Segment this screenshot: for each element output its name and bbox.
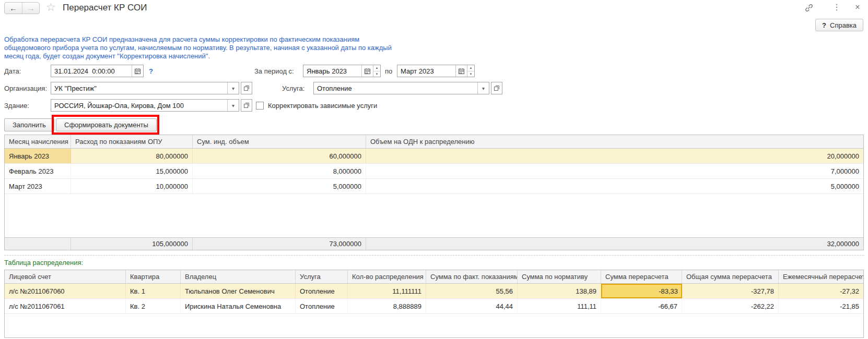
building-input[interactable]: РОССИЯ, Йошкар-Ола, Кирова, Дом 100 ▾ — [51, 99, 239, 112]
more-menu-icon[interactable]: ⋮ — [831, 3, 842, 12]
table-row[interactable]: Январь 2023 80,000000 60,000000 20,00000… — [5, 149, 863, 164]
period-from-value[interactable]: Январь 2023 — [303, 65, 361, 77]
service-dropdown-button[interactable]: ▾ — [477, 82, 489, 94]
cell[interactable]: -27,32 — [779, 284, 863, 298]
date-help-link[interactable]: ? — [149, 67, 153, 75]
cell[interactable]: 8,000000 — [193, 164, 366, 178]
cell[interactable]: 60,000000 — [193, 149, 366, 163]
spin-down-icon[interactable]: ▾ — [467, 71, 474, 77]
cell[interactable]: 55,56 — [426, 284, 518, 298]
cell[interactable]: 10,000000 — [71, 179, 193, 193]
cell[interactable]: -21,85 — [779, 299, 863, 313]
months-table-header: Месяц начисления Расход по показаниям ОП… — [5, 135, 863, 149]
adjust-dependent-services-checkbox[interactable]: Корректировать зависимые услуги — [256, 99, 377, 112]
months-table-totals: 105,000000 73,000000 32,000000 — [5, 237, 863, 250]
period-to-calendar-button[interactable] — [455, 65, 467, 77]
cell[interactable]: 8,888889 — [348, 299, 426, 313]
col-header[interactable]: Расход по показаниям ОПУ — [71, 135, 193, 148]
col-header[interactable]: Квартира — [126, 270, 181, 283]
organization-open-button[interactable] — [241, 82, 252, 94]
service-open-button[interactable] — [491, 82, 502, 94]
col-header[interactable]: Сумма по факт. показаниям — [426, 270, 518, 283]
chevron-down-icon: ▾ — [232, 86, 234, 91]
period-from-stepper[interactable]: ▴ ▾ — [373, 65, 380, 77]
cell[interactable]: 7,000000 — [366, 164, 863, 178]
help-button[interactable]: ? Справка — [815, 19, 863, 31]
building-value[interactable]: РОССИЯ, Йошкар-Ола, Кирова, Дом 100 — [51, 100, 227, 111]
table-row[interactable]: л/с №2011067061 Кв. 2 Ирискина Наталья С… — [5, 299, 863, 314]
col-header[interactable]: Сум. инд. объем — [193, 135, 366, 148]
spin-up-icon[interactable]: ▴ — [467, 65, 474, 71]
period-to-label: по — [385, 65, 392, 77]
organization-input[interactable]: УК "Престиж" ▾ — [51, 82, 239, 94]
calendar-icon — [458, 68, 465, 75]
date-input[interactable]: 31.01.2024 0:00:00 — [51, 65, 144, 77]
favorite-star-icon[interactable]: ☆ — [46, 1, 56, 14]
cell[interactable]: 11,111111 — [348, 284, 426, 298]
col-header[interactable]: Услуга — [296, 270, 348, 283]
col-header[interactable]: Месяц начисления — [5, 135, 71, 148]
table-row[interactable]: л/с №2011067060 Кв. 1 Тюльпанов Олег Сем… — [5, 284, 863, 299]
service-value[interactable]: Отопление — [314, 82, 477, 94]
building-open-button[interactable] — [241, 99, 252, 112]
forward-button[interactable]: → — [22, 3, 39, 14]
cell[interactable]: л/с №2011067060 — [5, 284, 126, 298]
page-title: Перерасчет КР СОИ — [63, 3, 147, 13]
cell[interactable]: Кв. 1 — [126, 284, 181, 298]
cell[interactable]: Отопление — [296, 299, 348, 313]
table-row[interactable]: Февраль 2023 15,000000 8,000000 7,000000 — [5, 164, 863, 179]
cell[interactable]: -327,78 — [682, 284, 779, 298]
organization-value[interactable]: УК "Престиж" — [51, 82, 227, 94]
col-header[interactable]: Владелец — [181, 270, 296, 283]
col-header[interactable]: Ежемесячный перерасчет — [779, 270, 863, 283]
col-header[interactable]: Сумма перерасчета — [601, 270, 682, 283]
cell[interactable]: -262,22 — [682, 299, 779, 313]
cell[interactable]: Кв. 2 — [126, 299, 181, 313]
cell[interactable]: Март 2023 — [5, 179, 71, 193]
col-header[interactable]: Сумма по нормативу — [518, 270, 601, 283]
cell[interactable]: л/с №2011067061 — [5, 299, 126, 313]
cell[interactable]: Ирискина Наталья Семеновна — [181, 299, 296, 313]
generate-documents-button[interactable]: Сформировать документы — [56, 118, 157, 131]
cell[interactable]: Тюльпанов Олег Семенович — [181, 284, 296, 298]
period-to-input[interactable]: Март 2023 ▴ ▾ — [397, 65, 475, 77]
cell[interactable]: 15,000000 — [71, 164, 193, 178]
cell[interactable]: Февраль 2023 — [5, 164, 71, 178]
cell[interactable]: Отопление — [296, 284, 348, 298]
checkbox-icon[interactable] — [256, 102, 264, 110]
spin-down-icon[interactable]: ▾ — [373, 71, 380, 77]
table-row[interactable]: Март 2023 10,000000 5,000000 5,000000 — [5, 179, 863, 194]
service-input[interactable]: Отопление ▾ — [313, 82, 489, 94]
period-from-input[interactable]: Январь 2023 ▴ ▾ — [303, 65, 381, 77]
date-calendar-button[interactable] — [132, 65, 143, 77]
period-from-calendar-button[interactable] — [361, 65, 373, 77]
period-to-stepper[interactable]: ▴ ▾ — [467, 65, 474, 77]
col-header[interactable]: Объем на ОДН к распределению — [366, 135, 863, 148]
cell[interactable]: 138,89 — [518, 284, 601, 298]
calendar-icon — [364, 68, 371, 75]
date-value[interactable]: 31.01.2024 0:00:00 — [51, 65, 132, 77]
cell[interactable]: 5,000000 — [193, 179, 366, 193]
cell[interactable]: 5,000000 — [366, 179, 863, 193]
cell[interactable]: 111,11 — [518, 299, 601, 313]
cell[interactable]: 20,000000 — [366, 149, 863, 163]
fill-button[interactable]: Заполнить — [4, 118, 54, 131]
back-button[interactable]: ← — [5, 3, 22, 14]
cell[interactable]: -66,67 — [601, 299, 682, 313]
col-header[interactable]: Общая сумма перерасчета — [682, 270, 779, 283]
col-header[interactable]: Лицевой счет — [5, 270, 126, 283]
checkbox-label: Корректировать зависимые услуги — [268, 102, 377, 110]
organization-dropdown-button[interactable]: ▾ — [227, 82, 239, 94]
close-icon[interactable]: × — [852, 3, 863, 12]
cell[interactable]: 44,44 — [426, 299, 518, 313]
get-link-icon[interactable] — [804, 3, 815, 13]
splitter[interactable] — [4, 255, 864, 256]
cell[interactable]: Январь 2023 — [5, 149, 71, 163]
cell[interactable]: 80,000000 — [71, 149, 193, 163]
col-header[interactable]: Кол-во распределения — [348, 270, 426, 283]
back-icon: ← — [9, 4, 17, 13]
period-to-value[interactable]: Март 2023 — [397, 65, 455, 77]
active-cell[interactable]: -83,33 — [601, 284, 682, 298]
spin-up-icon[interactable]: ▴ — [373, 65, 380, 71]
building-dropdown-button[interactable]: ▾ — [227, 100, 239, 111]
